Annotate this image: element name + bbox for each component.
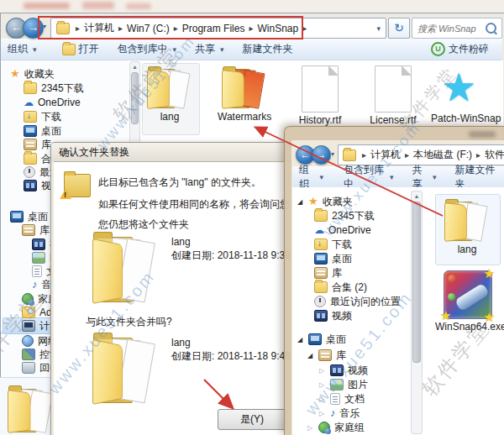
dialog-titlebar[interactable]: 确认文件夹替换 xyxy=(51,143,303,161)
sidebar-item-downloads[interactable]: 下载 xyxy=(24,110,61,123)
tree-collapsed-icon[interactable]: ▷ xyxy=(318,381,326,389)
music-icon: ♪ xyxy=(32,280,38,290)
file-label: lang xyxy=(143,111,197,123)
file-lang-2[interactable]: lang xyxy=(438,198,496,255)
share-button-2[interactable]: 共享▾ xyxy=(405,166,443,187)
folder-icon xyxy=(62,44,76,55)
sidebar-item-desktop-root[interactable]: 桌面 xyxy=(10,210,48,223)
file-label: License.rtf xyxy=(366,114,420,126)
open-button[interactable]: 打开 xyxy=(55,39,106,60)
forward-icon: → xyxy=(28,21,39,34)
homegroup-icon xyxy=(318,422,330,433)
star-icon: ★ xyxy=(10,69,20,79)
file-winsnap64-exe[interactable]: ★ ★ ★ WinSnap64.exe xyxy=(435,270,501,333)
tree-collapsed-icon[interactable]: ▷ xyxy=(306,424,314,432)
sidebar-item-label: 视频 xyxy=(348,364,368,376)
forward-button[interactable]: → xyxy=(23,18,44,39)
sidebar-item-label: 桌面 xyxy=(41,125,61,137)
recent-pages-dropdown[interactable]: ▾ xyxy=(43,23,46,30)
breadcrumb-drive-c[interactable]: Win7 (C:) xyxy=(125,23,171,34)
sidebar2-item-collection[interactable]: 合集 (2) xyxy=(314,280,367,294)
sidebar2-item-libraries[interactable]: 库 xyxy=(314,266,342,280)
sidebar-item-label: 收藏夹 xyxy=(24,68,55,80)
tree-expanded-icon[interactable]: ◢ xyxy=(296,198,304,206)
chevron-down-icon: ▾ xyxy=(320,173,324,181)
include-in-library-button-2[interactable]: 包含到库中▾ xyxy=(337,166,400,187)
tree-collapsed-icon[interactable]: ▷ xyxy=(318,396,326,403)
sidebar-scrollbar-2[interactable]: ▲ xyxy=(411,191,423,434)
new-folder-button-2[interactable]: 新建文件夹 xyxy=(448,166,504,187)
file-label: Watermarks xyxy=(218,111,271,123)
source-folder-icon xyxy=(92,231,159,305)
refresh-button[interactable]: ↻ xyxy=(388,18,410,39)
sidebar2-item-music-lib[interactable]: ▷♪音乐 xyxy=(318,406,360,420)
sidebar-item-favorites[interactable]: ★收藏夹 xyxy=(10,67,55,81)
tree-collapsed-icon[interactable]: ▷ xyxy=(318,410,326,417)
recent-pages-dropdown-2[interactable]: ▾ xyxy=(331,150,334,158)
video-icon xyxy=(32,238,45,250)
file-license-rtf[interactable]: License.rtf xyxy=(366,66,420,126)
sidebar-item-label: 库 xyxy=(39,224,50,236)
sidebar2-item-desktop[interactable]: 桌面 xyxy=(314,252,352,265)
yes-button[interactable]: 是(Y) xyxy=(218,409,286,430)
document-icon xyxy=(32,265,42,277)
scrollbar-thumb[interactable] xyxy=(412,202,421,363)
share-button[interactable]: 共享▾ xyxy=(188,39,231,60)
scroll-up-icon[interactable]: ▲ xyxy=(130,64,139,70)
breadcrumb-winsnap[interactable]: WinSnap xyxy=(255,23,300,34)
sidebar-item-2345-downloads[interactable]: 2345下载 xyxy=(24,81,84,95)
address-bar[interactable]: ▸ 计算机 ▸ Win7 (C:) ▸ Program Files ▸ WinS… xyxy=(50,18,386,39)
control-panel-icon xyxy=(22,349,35,360)
scroll-up-icon[interactable]: ▲ xyxy=(412,193,422,199)
recent-places-icon xyxy=(24,166,35,178)
breadcrumb-program-files[interactable]: Program Files xyxy=(181,23,247,34)
dialog-body: ! 此目标已包含名为 "lang" 的文件夹。 如果任何文件使用相同的名称，将会… xyxy=(54,161,303,435)
sidebar2-item-onedrive[interactable]: ☁OneDrive xyxy=(314,223,371,237)
scrollbar-thumb[interactable] xyxy=(131,72,139,124)
file-patch-winsnap[interactable]: ★ Patch-WinSnap xyxy=(431,66,486,124)
sidebar2-item-libraries-2[interactable]: ◢库 xyxy=(306,349,346,362)
file-shredder-button[interactable]: U文件粉碎 xyxy=(424,39,496,60)
new-folder-button[interactable]: 新建文件夹 xyxy=(236,39,300,60)
sidebar2-item-downloads[interactable]: 下载 xyxy=(314,238,352,251)
search-box[interactable] xyxy=(412,18,502,39)
sidebar2-item-favorites[interactable]: ◢★收藏夹 xyxy=(296,195,353,208)
chevron-down-icon: ▾ xyxy=(33,45,37,54)
tree-collapsed-icon[interactable]: ▷ xyxy=(318,367,326,375)
tree-expanded-icon[interactable]: ◢ xyxy=(306,352,314,359)
file-lang[interactable]: lang xyxy=(143,66,197,123)
breadcrumb-computer[interactable]: 计算机 xyxy=(82,21,116,35)
breadcrumb-software[interactable]: 软件 xyxy=(483,148,504,162)
sidebar-item-onedrive[interactable]: ☁OneDrive xyxy=(24,96,81,109)
back-icon: ← xyxy=(11,21,22,34)
breadcrumb-computer-2[interactable]: 计算机 xyxy=(369,148,402,162)
video-icon xyxy=(330,364,344,376)
sidebar-item-label: 桌面 xyxy=(332,253,352,265)
onedrive-icon: ☁ xyxy=(24,97,34,107)
file-watermarks[interactable]: Watermarks xyxy=(218,66,271,123)
sidebar2-item-documents-lib[interactable]: ▷文档 xyxy=(318,392,365,406)
address-dropdown-icon[interactable]: ▾ xyxy=(376,24,381,33)
sidebar-item-libraries-2[interactable]: 库 xyxy=(22,223,50,237)
sidebar2-item-videos-lib[interactable]: ▷视频 xyxy=(318,364,368,377)
sidebar-item-libraries[interactable]: 库 xyxy=(24,138,51,151)
document-icon xyxy=(330,393,340,405)
organize-button-2[interactable]: 组织▾ xyxy=(292,166,330,187)
library-icon xyxy=(314,267,328,279)
tree-expanded-icon[interactable]: ◢ xyxy=(296,336,304,343)
include-in-library-button[interactable]: 包含到库中▾ xyxy=(111,39,184,60)
search-input[interactable] xyxy=(412,24,486,34)
sidebar2-item-2345-downloads[interactable]: 2345下载 xyxy=(314,209,375,223)
sidebar-item-desktop[interactable]: 桌面 xyxy=(24,124,61,138)
breadcrumb-drive-f[interactable]: 本地磁盘 (F:) xyxy=(412,148,474,162)
sidebar2-item-pictures-lib[interactable]: ▷图片 xyxy=(318,378,368,391)
sidebar2-item-recent-places[interactable]: 最近访问的位置 xyxy=(314,295,401,308)
sidebar2-item-homegroup[interactable]: ▷家庭组 xyxy=(306,421,365,434)
file-history-rtf[interactable]: History.rtf xyxy=(293,66,347,126)
source-folder-name: lang xyxy=(171,236,191,248)
sidebar2-item-desktop-root[interactable]: ◢桌面 xyxy=(296,333,346,346)
folder-icon xyxy=(24,82,37,94)
breadcrumb-separator-icon: ▸ xyxy=(300,24,309,33)
organize-button[interactable]: 组织▾ xyxy=(1,39,44,60)
sidebar2-item-videos[interactable]: 视频 xyxy=(314,309,352,322)
